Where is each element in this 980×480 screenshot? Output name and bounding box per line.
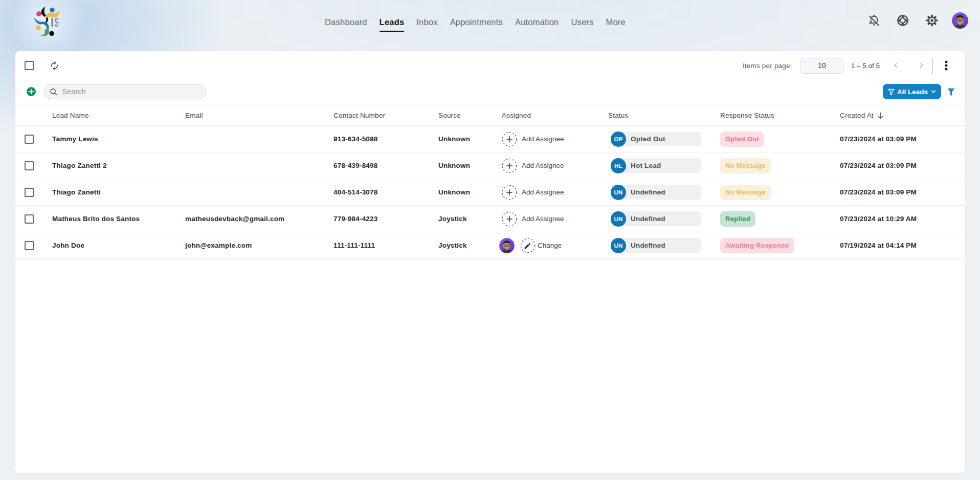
status-pill[interactable]: UN Undefined xyxy=(611,238,701,253)
response-status-badge: Awaiting Response xyxy=(720,238,794,253)
lead-name: Tammy Lewis xyxy=(52,135,185,143)
row-checkbox[interactable] xyxy=(25,135,34,144)
lead-contact: 404-514-3078 xyxy=(333,188,438,196)
status-label: Hot Lead xyxy=(631,162,661,169)
toolbar-divider xyxy=(932,57,933,74)
column-header-response-status[interactable]: Response Status xyxy=(720,112,840,119)
more-options-button[interactable] xyxy=(940,59,952,72)
response-status-cell: Opted Out xyxy=(720,132,840,147)
nav-item-dashboard[interactable]: Dashboard xyxy=(325,17,367,32)
column-header-source[interactable]: Source xyxy=(438,112,502,119)
svg-text:S: S xyxy=(54,15,58,29)
lead-name: Thiago Zanetti 2 xyxy=(52,162,185,169)
previous-page-button[interactable] xyxy=(890,59,902,72)
nav-item-inbox[interactable]: Inbox xyxy=(416,17,437,32)
response-status-badge: Opted Out xyxy=(720,132,764,147)
lead-email: john@example.com xyxy=(185,242,333,249)
column-header-assigned[interactable]: Assigned xyxy=(502,112,608,119)
lead-source: Joystick xyxy=(438,242,502,249)
row-checkbox[interactable] xyxy=(25,188,34,197)
response-status-badge: Replied xyxy=(720,211,755,227)
status-label: Undefined xyxy=(631,215,665,223)
lead-name: Thiago Zanetti xyxy=(52,188,185,196)
lead-contact: 779-984-4223 xyxy=(333,215,438,223)
response-status-badge: No Message xyxy=(720,158,771,173)
table-row[interactable]: Thiago Zanetti 404-514-3078 Unknown Add … xyxy=(15,179,965,206)
status-pill[interactable]: UN Undefined xyxy=(611,211,701,226)
status-pill[interactable]: HL Hot Lead xyxy=(611,158,701,173)
plus-icon xyxy=(502,185,517,200)
table-row[interactable]: Tammy Lewis 913-634-5098 Unknown Add Ass… xyxy=(15,126,965,152)
status-initials: OP xyxy=(611,132,626,147)
nav-item-leads[interactable]: Leads xyxy=(380,17,405,32)
table-row[interactable]: Matheus Brito dos Santos matheusdevback@… xyxy=(15,206,965,232)
user-avatar[interactable] xyxy=(952,12,968,29)
chevron-down-icon xyxy=(930,89,937,95)
row-checkbox[interactable] xyxy=(25,161,34,170)
select-all-checkbox[interactable] xyxy=(25,61,34,70)
pencil-icon xyxy=(520,238,536,253)
row-checkbox[interactable] xyxy=(25,214,34,224)
table-row[interactable]: John Doe john@example.com 111-111-1111 J… xyxy=(15,232,965,259)
lead-source: Unknown xyxy=(438,135,502,143)
lead-contact: 913-634-5098 xyxy=(333,135,438,143)
status-cell: UN Undefined xyxy=(608,185,720,200)
nav-item-users[interactable]: Users xyxy=(571,17,593,32)
settings-gear-icon[interactable] xyxy=(925,14,939,27)
assignee-cell: Change xyxy=(502,238,608,253)
items-per-page-input[interactable] xyxy=(800,58,843,74)
status-cell: UN Undefined xyxy=(608,211,720,226)
nav-item-automation[interactable]: Automation xyxy=(515,17,559,32)
lead-name: Matheus Brito dos Santos xyxy=(52,215,185,223)
status-label: Undefined xyxy=(631,188,665,196)
nav-item-appointments[interactable]: Appointments xyxy=(450,17,503,32)
svg-text:I: I xyxy=(51,15,53,29)
add-assignee-button[interactable] xyxy=(502,185,517,200)
nav-item-more[interactable]: More xyxy=(606,17,626,32)
assignee-cell: Add Assignee xyxy=(502,132,608,147)
status-initials: UN xyxy=(611,238,626,253)
table-row[interactable]: Thiago Zanetti 2 678-439-8498 Unknown Ad… xyxy=(15,152,965,179)
created-at: 07/23/2024 at 10:29 AM xyxy=(840,215,965,223)
column-header-email[interactable]: Email xyxy=(185,112,333,119)
notifications-off-icon[interactable] xyxy=(867,14,881,27)
change-assignee-button[interactable] xyxy=(520,238,536,253)
created-at: 07/23/2024 at 03:09 PM xyxy=(840,188,965,196)
all-leads-filter-button[interactable]: All Leads xyxy=(883,84,941,99)
plus-icon xyxy=(502,211,517,227)
assignee-cell: Add Assignee xyxy=(502,185,608,200)
change-assignee-label[interactable]: Change xyxy=(538,242,562,249)
add-assignee-button[interactable] xyxy=(502,132,517,147)
column-header-status[interactable]: Status xyxy=(608,112,720,119)
response-status-cell: No Message xyxy=(720,185,840,200)
help-buoy-icon[interactable] xyxy=(896,14,909,27)
status-pill[interactable]: OP Opted Out xyxy=(611,132,701,146)
plus-icon xyxy=(502,132,517,147)
items-per-page-label: Items per page: xyxy=(743,62,792,70)
next-page-button[interactable] xyxy=(915,59,927,72)
lead-source: Joystick xyxy=(438,215,502,223)
status-cell: HL Hot Lead xyxy=(608,158,720,173)
response-status-cell: Replied xyxy=(720,211,840,227)
add-lead-button[interactable] xyxy=(27,87,36,96)
add-assignee-button[interactable] xyxy=(502,158,517,173)
search-input[interactable] xyxy=(62,88,199,96)
add-assignee-label[interactable]: Add Assignee xyxy=(522,215,564,223)
status-pill[interactable]: UN Undefined xyxy=(611,185,701,200)
assignee-cell: Add Assignee xyxy=(502,211,608,227)
refresh-icon[interactable] xyxy=(50,61,59,71)
add-assignee-label[interactable]: Add Assignee xyxy=(522,135,564,143)
leads-card: Items per page: 1 – 5 of 5 xyxy=(15,51,965,473)
app-logo[interactable]: I S xyxy=(33,6,61,36)
column-header-created-at[interactable]: Created At xyxy=(840,112,965,119)
assignee-avatar[interactable] xyxy=(499,238,515,253)
filter-icon[interactable] xyxy=(947,88,955,96)
row-checkbox[interactable] xyxy=(25,241,34,250)
lead-source: Unknown xyxy=(438,188,502,196)
add-assignee-label[interactable]: Add Assignee xyxy=(522,188,564,196)
funnel-outline-icon xyxy=(888,89,895,95)
column-header-contact-number[interactable]: Contact Number xyxy=(333,112,438,119)
column-header-lead-name[interactable]: Lead Name xyxy=(52,112,185,119)
add-assignee-label[interactable]: Add Assignee xyxy=(522,162,564,169)
add-assignee-button[interactable] xyxy=(502,211,517,227)
